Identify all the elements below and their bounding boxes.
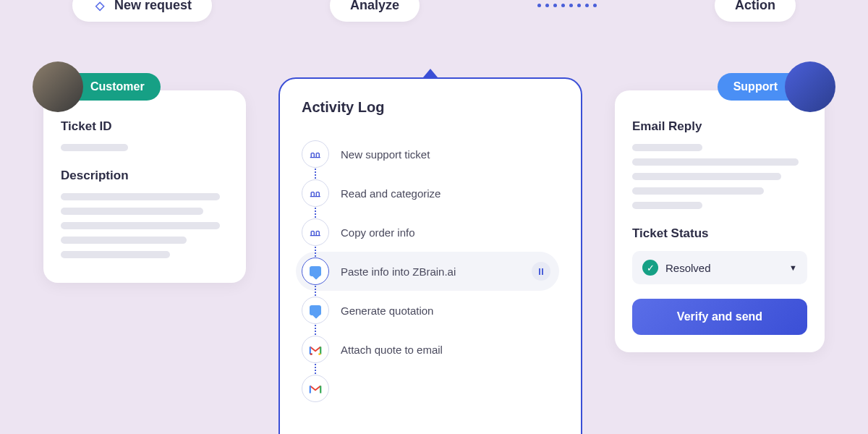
step-label: Analyze <box>350 0 399 13</box>
chevron-down-icon: ▼ <box>789 263 797 272</box>
log-item: Attach quote to email <box>302 330 559 369</box>
description-placeholder <box>61 237 187 244</box>
log-text: Read and categorize <box>341 187 559 200</box>
customer-avatar-badge: Customer <box>33 61 161 112</box>
activity-title: Activity Log <box>302 99 559 116</box>
triangle-pointer <box>423 69 438 77</box>
log-item <box>302 369 559 408</box>
description-placeholder <box>61 208 203 215</box>
chat-icon <box>302 297 329 324</box>
zendesk-icon: ⩍⩍ <box>302 218 329 246</box>
pin-icon: ◇ <box>93 0 107 13</box>
log-text: Copy order info <box>341 226 559 239</box>
step-label: New request <box>114 0 192 13</box>
log-item: ⩍⩍ New support ticket <box>302 135 559 174</box>
chat-icon <box>302 258 329 285</box>
reply-placeholder <box>632 158 799 166</box>
status-label: Ticket Status <box>632 226 807 241</box>
support-card: Email Reply Ticket Status ✓ Resolved ▼ V… <box>615 90 825 352</box>
reply-placeholder <box>632 202 702 209</box>
email-reply-label: Email Reply <box>632 119 807 134</box>
reply-placeholder <box>632 173 781 180</box>
ticket-id-label: Ticket ID <box>61 119 229 134</box>
description-label: Description <box>61 169 229 183</box>
gmail-icon <box>302 336 329 363</box>
log-text: Paste info into ZBrain.ai <box>341 265 520 278</box>
log-text: New support ticket <box>341 148 559 161</box>
log-item: ⩍⩍ Copy order info <box>302 213 559 252</box>
log-text: Attach quote to email <box>341 344 559 356</box>
description-placeholder <box>61 193 220 200</box>
reply-placeholder <box>632 144 702 151</box>
description-placeholder <box>61 222 220 229</box>
support-avatar-badge: Support <box>718 61 835 112</box>
activity-card: Activity Log ⩍⩍ New support ticket ⩍⩍ Re… <box>278 77 582 434</box>
zendesk-icon: ⩍⩍ <box>302 140 329 168</box>
log-item-active: Paste info into ZBrain.ai <box>296 252 559 291</box>
customer-avatar <box>33 61 83 112</box>
step-new-request: ◇ New request <box>72 0 212 22</box>
customer-card: Ticket ID Description <box>43 90 246 283</box>
status-value: Resolved <box>665 262 782 274</box>
support-panel: Support Email Reply Ticket Status ✓ Reso… <box>615 90 825 352</box>
ticket-id-placeholder <box>61 144 128 151</box>
connector-dots <box>537 4 597 7</box>
customer-panel: Customer Ticket ID Description <box>43 90 246 283</box>
step-action: Action <box>715 0 796 22</box>
description-placeholder <box>61 251 170 258</box>
step-label: Action <box>735 0 775 13</box>
log-item: Generate quotation <box>302 291 559 330</box>
verify-send-button[interactable]: Verify and send <box>632 299 807 335</box>
check-icon: ✓ <box>642 260 658 276</box>
pause-button[interactable] <box>532 262 550 281</box>
support-avatar <box>785 61 835 112</box>
status-dropdown[interactable]: ✓ Resolved ▼ <box>632 251 807 284</box>
workflow-steps: ◇ New request Analyze Action <box>0 0 868 22</box>
log-text: Generate quotation <box>341 305 559 317</box>
reply-placeholder <box>632 187 764 195</box>
log-item: ⩍⩍ Read and categorize <box>302 174 559 213</box>
activity-log-panel: Activity Log ⩍⩍ New support ticket ⩍⩍ Re… <box>278 69 582 434</box>
gmail-icon <box>302 375 329 402</box>
zendesk-icon: ⩍⩍ <box>302 179 329 207</box>
step-analyze: Analyze <box>330 0 420 22</box>
